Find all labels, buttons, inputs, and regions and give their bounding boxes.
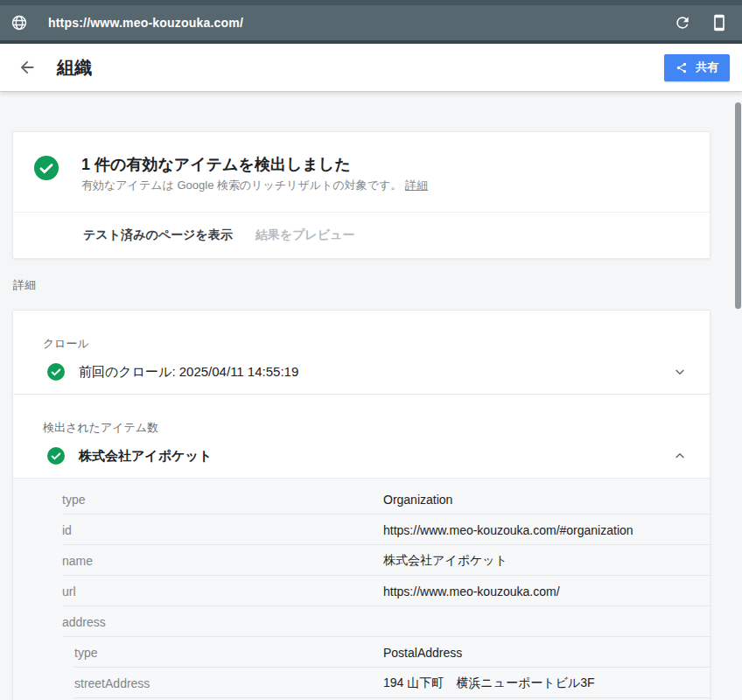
app-window: https://www.meo-kouzouka.com/ 組織 共有 bbox=[0, 0, 742, 700]
crawl-status-text: 前回のクロール: 2025/04/11 14:55:19 bbox=[79, 364, 298, 381]
row-value: https://www.meo-kouzouka.com/ bbox=[383, 584, 560, 598]
table-row: urlhttps://www.meo-kouzouka.com/ bbox=[13, 576, 710, 606]
result-summary: 1 件の有効なアイテムを検出しました 有効なアイテムは Google 検索のリッ… bbox=[13, 132, 710, 212]
share-button[interactable]: 共有 bbox=[664, 54, 730, 81]
row-key: name bbox=[13, 554, 383, 568]
table-row: typePostalAddress bbox=[13, 637, 710, 668]
row-key: id bbox=[13, 523, 383, 537]
browser-address-bar: https://www.meo-kouzouka.com/ bbox=[0, 0, 742, 44]
detected-item-row[interactable]: 株式会社アイポケット bbox=[13, 436, 710, 478]
crawl-check-icon bbox=[47, 363, 65, 381]
table-row: typeOrganization bbox=[13, 484, 710, 514]
result-text-block: 1 件の有効なアイテムを検出しました 有効なアイテムは Google 検索のリッ… bbox=[81, 156, 428, 192]
table-row: address bbox=[13, 606, 710, 637]
back-button[interactable] bbox=[18, 58, 37, 77]
refresh-icon[interactable] bbox=[674, 14, 691, 32]
url-text: https://www.meo-kouzouka.com/ bbox=[48, 16, 243, 30]
success-check-icon bbox=[34, 156, 59, 180]
chevron-up-icon[interactable] bbox=[673, 449, 687, 463]
row-key: url bbox=[13, 584, 383, 598]
share-icon bbox=[676, 61, 688, 74]
main-content: 1 件の有効なアイテムを検出しました 有効なアイテムは Google 検索のリッ… bbox=[0, 91, 742, 700]
page-header: 組織 共有 bbox=[0, 44, 742, 91]
result-card: 1 件の有効なアイテムを検出しました 有効なアイテムは Google 検索のリッ… bbox=[12, 131, 710, 259]
result-heading: 1 件の有効なアイテムを検出しました bbox=[81, 156, 428, 173]
details-label: 詳細 bbox=[13, 277, 742, 293]
page-title: 組織 bbox=[57, 56, 92, 80]
detected-item-name: 株式会社アイポケット bbox=[79, 448, 212, 465]
row-value: Organization bbox=[383, 493, 452, 507]
row-key: type bbox=[13, 493, 383, 507]
crawl-status-row[interactable]: 前回のクロール: 2025/04/11 14:55:19 bbox=[13, 352, 710, 394]
table-row: idhttps://www.meo-kouzouka.com/#organiza… bbox=[13, 514, 710, 545]
row-key: type bbox=[13, 646, 383, 660]
browser-actions bbox=[674, 14, 728, 32]
share-label: 共有 bbox=[696, 60, 718, 75]
learn-more-link[interactable]: 詳細 bbox=[405, 178, 428, 192]
view-tested-page-button[interactable]: テスト済みのページを表示 bbox=[78, 220, 238, 250]
row-key: address bbox=[13, 615, 383, 629]
row-value: PostalAddress bbox=[383, 646, 462, 660]
globe-icon bbox=[10, 14, 28, 32]
row-value: https://www.meo-kouzouka.com/#organizati… bbox=[383, 523, 634, 537]
scrollbar[interactable] bbox=[735, 102, 741, 309]
item-check-icon bbox=[47, 447, 65, 465]
crawl-section-label: クロール bbox=[13, 311, 710, 352]
mobile-icon[interactable] bbox=[710, 14, 728, 32]
items-section-label: 検出されたアイテム数 bbox=[13, 395, 710, 436]
table-row: streetAddress194 山下町 横浜ニューポートビル3F bbox=[13, 668, 710, 698]
row-value: 株式会社アイポケット bbox=[383, 553, 508, 569]
property-table: typeOrganizationidhttps://www.meo-kouzou… bbox=[13, 478, 710, 700]
preview-results-button[interactable]: 結果をプレビュー bbox=[250, 220, 360, 250]
result-subtext: 有効なアイテムは Google 検索のリッチリザルトの対象です。 詳細 bbox=[81, 178, 428, 192]
result-actions: テスト済みのページを表示 結果をプレビュー bbox=[13, 213, 710, 258]
row-key: streetAddress bbox=[13, 676, 383, 690]
details-card: クロール 前回のクロール: 2025/04/11 14:55:19 検出されたア… bbox=[12, 310, 710, 700]
row-value: 194 山下町 横浜ニューポートビル3F bbox=[383, 676, 595, 691]
result-subtext-body: 有効なアイテムは Google 検索のリッチリザルトの対象です。 bbox=[81, 178, 402, 192]
chevron-down-icon[interactable] bbox=[673, 365, 687, 379]
table-row: name株式会社アイポケット bbox=[13, 545, 710, 576]
